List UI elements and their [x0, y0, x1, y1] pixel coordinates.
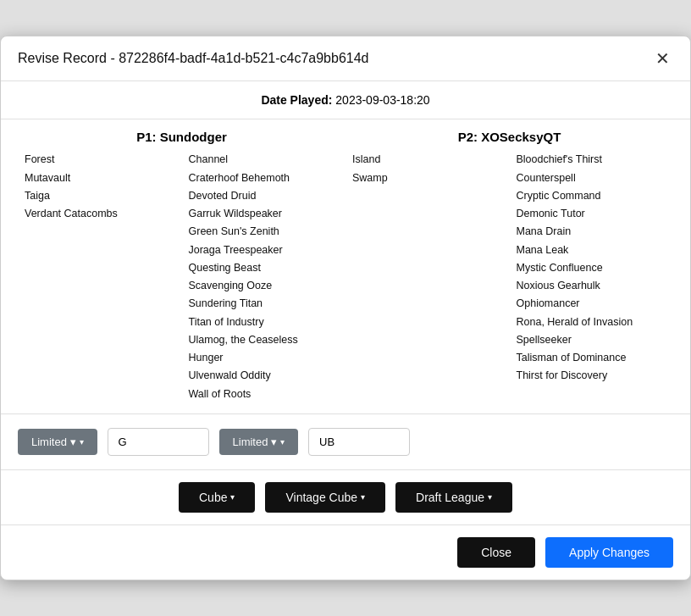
p2-cards-col: Bloodchief's ThirstCounterspellCryptic C…	[510, 151, 674, 403]
card-item: Forest	[25, 151, 175, 169]
card-item: Garruk Wildspeaker	[189, 205, 340, 223]
card-item: Scavenging Ooze	[189, 277, 340, 295]
card-item: Rona, Herald of Invasion	[517, 314, 667, 331]
card-item: Noxious Gearhulk	[517, 277, 667, 295]
card-item: Ophiomancer	[517, 295, 667, 313]
modal-title: Revise Record - 872286f4-badf-4a1d-b521-…	[18, 51, 369, 66]
card-item: Questing Beast	[189, 259, 340, 277]
p1-spells-col: ChannelCraterhoof BehemothDevoted DruidG…	[182, 151, 346, 403]
p1-header: P1: Sundodger	[18, 130, 346, 144]
p2-format-dropdown[interactable]: Limited ▾	[219, 429, 299, 455]
card-item: Counterspell	[517, 169, 667, 187]
card-item: Bloodchief's Thirst	[517, 151, 667, 169]
card-item: Swamp	[352, 169, 503, 187]
players-header: P1: Sundodger P2: XOSecksyQT	[1, 119, 690, 151]
p1-lands-col: ForestMutavaultTaigaVerdant Catacombs	[18, 151, 182, 403]
card-item: Mutavault	[25, 169, 175, 187]
date-section: Date Played: 2023-09-03-18:20	[1, 81, 690, 119]
p1-format-dropdown[interactable]: Limited ▾	[18, 429, 97, 455]
card-item: Craterhoof Behemoth	[189, 169, 340, 187]
card-item: Green Sun's Zenith	[189, 223, 340, 241]
card-item: Mana Drain	[517, 223, 667, 241]
date-value: 2023-09-03-18:20	[335, 93, 429, 107]
card-item: Mana Leak	[517, 241, 667, 259]
card-item: Hunger	[189, 349, 340, 367]
close-icon[interactable]: ✕	[652, 48, 673, 69]
vintage-cube-button[interactable]: Vintage Cube	[265, 482, 385, 513]
deck-controls: Limited ▾ Limited ▾	[1, 414, 690, 470]
p1-extra-col: IslandSwamp	[346, 151, 510, 403]
card-item: Joraga Treespeaker	[189, 241, 340, 259]
draft-league-button[interactable]: Draft League	[395, 482, 512, 513]
cards-section: ForestMutavaultTaigaVerdant Catacombs Ch…	[1, 151, 690, 414]
p1-color-input[interactable]	[108, 428, 209, 456]
cube-button[interactable]: Cube	[179, 482, 255, 513]
card-item: Thirst for Discovery	[517, 367, 667, 385]
card-item: Sundering Titan	[189, 295, 340, 313]
card-item: Titan of Industry	[189, 314, 340, 331]
card-item: Island	[352, 151, 503, 169]
card-item: Talisman of Dominance	[517, 349, 667, 367]
close-button[interactable]: Close	[457, 537, 535, 568]
card-item: Ulvenwald Oddity	[189, 367, 340, 385]
card-item: Spellseeker	[517, 331, 667, 349]
date-label: Date Played:	[261, 93, 332, 107]
cube-buttons: Cube Vintage Cube Draft League	[1, 470, 690, 525]
p2-header: P2: XOSecksyQT	[346, 130, 673, 144]
modal-header: Revise Record - 872286f4-badf-4a1d-b521-…	[1, 36, 690, 81]
card-item: Wall of Roots	[189, 386, 340, 403]
card-item: Channel	[189, 151, 340, 169]
card-item: Cryptic Command	[517, 187, 667, 205]
apply-changes-button[interactable]: Apply Changes	[545, 537, 673, 568]
card-item: Demonic Tutor	[517, 205, 667, 223]
p2-color-input[interactable]	[308, 428, 410, 456]
card-item: Mystic Confluence	[517, 259, 667, 277]
modal-footer: Close Apply Changes	[1, 525, 690, 580]
card-item: Taiga	[25, 187, 175, 205]
card-item: Verdant Catacombs	[25, 205, 175, 223]
modal: Revise Record - 872286f4-badf-4a1d-b521-…	[0, 36, 691, 580]
card-item: Ulamog, the Ceaseless	[189, 331, 340, 349]
card-item: Devoted Druid	[189, 187, 340, 205]
